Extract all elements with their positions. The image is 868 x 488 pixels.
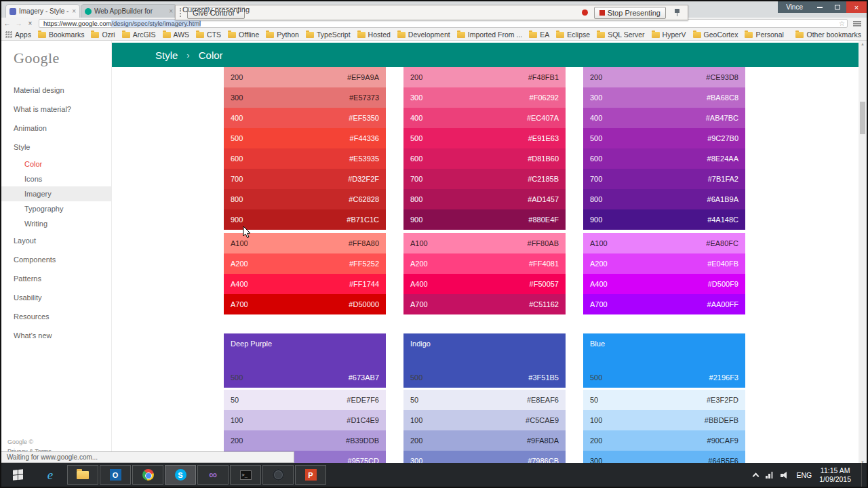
sidebar-item-imagery[interactable]: Imagery <box>1 186 111 201</box>
bookmark-item[interactable]: Offline <box>228 30 259 39</box>
other-bookmarks-label: Other bookmarks <box>806 30 861 39</box>
bookmark-item[interactable]: Eclipse <box>556 30 590 39</box>
folder-icon <box>397 32 406 38</box>
shade-label: 200 <box>231 436 243 445</box>
taskbar-powerpoint[interactable]: P <box>295 465 326 485</box>
sidebar-item-layout[interactable]: Layout <box>1 231 111 250</box>
windows-taskbar: eOS∞>_P ENG 11:15 AM 1/09/2015 <box>1 463 867 487</box>
sidebar-item-style[interactable]: Style <box>1 138 111 157</box>
sidebar-item-patterns[interactable]: Patterns <box>1 269 111 288</box>
sidebar-item-material-design[interactable]: Material design <box>1 81 111 100</box>
sidebar-item-what-s-new[interactable]: What's new <box>1 326 111 345</box>
stop-load-button[interactable]: × <box>24 20 36 27</box>
palette-row: 50#EDE7F6 <box>224 390 386 410</box>
tab-close-icon[interactable]: × <box>72 7 76 15</box>
show-desktop-button[interactable] <box>861 463 865 487</box>
tray-expand-icon[interactable] <box>752 472 759 479</box>
bookmark-label: ArcGIS <box>133 30 156 39</box>
folder-icon <box>556 32 564 38</box>
shade-hex: #8E24AA <box>707 155 738 163</box>
scroll-up-icon[interactable]: ▲ <box>859 42 867 46</box>
palette-row: A400#D500F9 <box>583 274 745 294</box>
taskbar-start[interactable] <box>2 465 33 485</box>
bookmark-item[interactable]: ArcGIS <box>122 30 156 39</box>
scrollbar-thumb[interactable] <box>860 102 865 134</box>
chrome-menu-icon[interactable] <box>852 20 863 28</box>
bookmark-item[interactable]: Apps <box>5 30 31 39</box>
material-page-favicon <box>9 8 16 15</box>
bookmark-item[interactable]: HyperV <box>652 30 686 39</box>
bookmark-item[interactable]: CTS <box>196 30 221 39</box>
sidebar-item-animation[interactable]: Animation <box>1 119 111 138</box>
sidebar-item-icons[interactable]: Icons <box>1 171 111 186</box>
bookmark-label: EA <box>540 30 549 39</box>
taskbar-chrome[interactable] <box>132 465 163 485</box>
pin-icon[interactable] <box>673 8 682 18</box>
sidebar-item-color[interactable]: Color <box>1 157 111 171</box>
bookmark-item[interactable]: Python <box>266 30 299 39</box>
shade-hex: #CE93D8 <box>706 73 738 81</box>
minimize-button[interactable] <box>811 1 829 13</box>
bookmark-item[interactable]: AWS <box>163 30 190 39</box>
shade-label: 300 <box>410 94 422 102</box>
tab-web-appbuilder[interactable]: Web AppBuilder for × <box>81 4 177 18</box>
shade-hex: #7B1FA2 <box>708 175 738 183</box>
bookmark-item[interactable]: Hosted <box>357 30 391 39</box>
bookmark-item[interactable]: Ozri <box>91 30 115 39</box>
taskbar-app-dark[interactable] <box>262 465 294 485</box>
google-logo[interactable]: Google <box>14 49 111 67</box>
palette-row: A400#FF1744 <box>224 274 386 294</box>
drag-grip-icon[interactable] <box>180 8 182 17</box>
taskbar-outlook[interactable]: O <box>100 465 131 485</box>
forward-button[interactable]: → <box>13 20 24 27</box>
palette-name: Blue <box>590 340 605 348</box>
bookmark-item[interactable]: Development <box>397 30 450 39</box>
shade-label: 100 <box>590 416 602 424</box>
taskbar-visual-studio[interactable]: ∞ <box>197 465 229 485</box>
bookmark-item[interactable]: GeoCortex <box>693 30 738 39</box>
bookmark-item[interactable]: Personal <box>745 30 783 39</box>
network-icon[interactable] <box>766 471 773 479</box>
sidebar-item-resources[interactable]: Resources <box>1 307 111 326</box>
shade-hex: #EDE7F6 <box>347 396 379 404</box>
bookmark-item[interactable]: Imported From ... <box>457 30 523 39</box>
palette-row: 900#880E4F <box>403 209 566 230</box>
sidebar-item-usability[interactable]: Usability <box>1 288 111 307</box>
sidebar-item-writing[interactable]: Writing <box>1 216 111 231</box>
tab-imagery[interactable]: Imagery - Style - Go × <box>5 4 80 18</box>
taskbar-clock[interactable]: 11:15 AM 1/09/2015 <box>819 466 851 484</box>
bookmark-label: AWS <box>174 30 190 39</box>
folder-icon <box>597 32 605 38</box>
folder-icon <box>122 32 130 38</box>
shade-label: 100 <box>231 416 243 424</box>
breadcrumb-section[interactable]: Style <box>155 49 178 61</box>
tab-close-icon[interactable]: × <box>169 7 173 15</box>
maximize-button[interactable] <box>829 1 846 13</box>
shade-label: 500 <box>590 134 602 142</box>
taskbar-file-explorer[interactable] <box>67 465 98 485</box>
taskbar-command-prompt[interactable]: >_ <box>230 465 261 485</box>
tab-title: Web AppBuilder for <box>94 7 166 15</box>
bookmark-item[interactable]: SQL Server <box>597 30 644 39</box>
command-prompt-icon: >_ <box>240 470 252 480</box>
close-button[interactable]: × <box>846 1 867 13</box>
sidebar-item-components[interactable]: Components <box>1 250 111 269</box>
taskbar-internet-explorer[interactable]: e <box>35 465 66 485</box>
bookmark-item[interactable]: Bookmarks <box>38 30 85 39</box>
stop-presenting-button[interactable]: Stop Presenting <box>594 7 666 19</box>
taskbar-skype[interactable]: S <box>165 465 196 485</box>
primary-shade-label: 500 <box>410 373 422 382</box>
page-scrollbar[interactable]: ▲ ▼ <box>859 41 867 466</box>
shade-hex: #AB47BC <box>706 114 738 122</box>
other-bookmarks[interactable]: Other bookmarks <box>795 30 861 39</box>
bookmark-star-icon[interactable]: ☆ <box>839 20 845 28</box>
bookmarks-items: AppsBookmarksOzriArcGISAWSCTSOfflinePyth… <box>5 30 795 39</box>
palette-indigo: Indigo500#3F51B550#E8EAF6100#C5CAE9200#9… <box>403 333 566 466</box>
bookmark-item[interactable]: TypeScript <box>306 30 351 39</box>
language-indicator[interactable]: ENG <box>797 471 812 479</box>
volume-icon[interactable] <box>781 471 789 479</box>
back-button[interactable]: ← <box>1 20 13 27</box>
bookmark-item[interactable]: EA <box>529 30 549 39</box>
sidebar-item-what-is-material[interactable]: What is material? <box>1 100 111 119</box>
sidebar-item-typography[interactable]: Typography <box>1 201 111 216</box>
